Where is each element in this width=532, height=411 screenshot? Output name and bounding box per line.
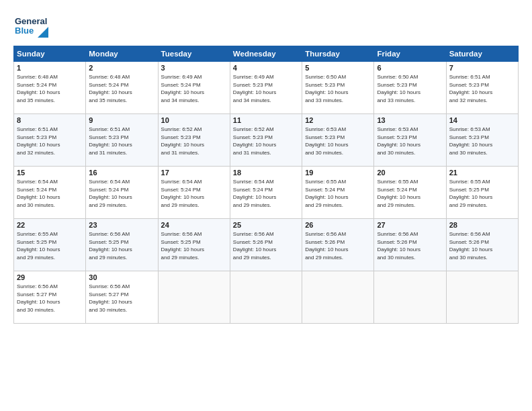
day-number: 17 [161,169,227,177]
day-number: 2 [89,64,154,72]
cell-info: Sunrise: 6:54 AM Sunset: 5:24 PM Dayligh… [89,178,154,209]
calendar-cell: 30Sunrise: 6:56 AM Sunset: 5:27 PM Dayli… [86,271,158,324]
day-number: 16 [89,169,154,177]
calendar-cell: 25Sunrise: 6:56 AM Sunset: 5:26 PM Dayli… [230,219,302,271]
calendar-cell: 20Sunrise: 6:55 AM Sunset: 5:24 PM Dayli… [374,167,446,219]
calendar-cell: 12Sunrise: 6:53 AM Sunset: 5:23 PM Dayli… [302,114,374,167]
calendar-cell: 3Sunrise: 6:49 AM Sunset: 5:24 PM Daylig… [158,62,230,114]
calendar-cell: 8Sunrise: 6:51 AM Sunset: 5:23 PM Daylig… [14,114,86,167]
day-number: 4 [233,64,299,72]
day-header-sunday: Sunday [14,46,86,62]
day-number: 24 [161,221,227,229]
cell-info: Sunrise: 6:49 AM Sunset: 5:23 PM Dayligh… [233,73,299,104]
day-number: 20 [377,169,443,177]
page: General Blue SundayMondayTuesdayWednesda… [0,0,532,411]
cell-info: Sunrise: 6:56 AM Sunset: 5:27 PM Dayligh… [17,283,83,314]
cell-info: Sunrise: 6:56 AM Sunset: 5:26 PM Dayligh… [449,230,515,261]
calendar-cell: 13Sunrise: 6:53 AM Sunset: 5:23 PM Dayli… [374,114,446,167]
cell-info: Sunrise: 6:55 AM Sunset: 5:24 PM Dayligh… [377,178,443,209]
day-header-monday: Monday [86,46,158,62]
day-number: 29 [17,273,83,281]
calendar-cell: 9Sunrise: 6:51 AM Sunset: 5:23 PM Daylig… [86,114,158,167]
header: General Blue [13,12,519,40]
calendar-cell: 15Sunrise: 6:54 AM Sunset: 5:24 PM Dayli… [14,167,86,219]
calendar-cell: 10Sunrise: 6:52 AM Sunset: 5:23 PM Dayli… [158,114,230,167]
day-number: 25 [233,221,299,229]
week-row-1: 8Sunrise: 6:51 AM Sunset: 5:23 PM Daylig… [14,114,519,167]
calendar-cell: 27Sunrise: 6:56 AM Sunset: 5:26 PM Dayli… [374,219,446,271]
calendar-cell: 2Sunrise: 6:48 AM Sunset: 5:24 PM Daylig… [86,62,158,114]
week-row-2: 15Sunrise: 6:54 AM Sunset: 5:24 PM Dayli… [14,167,519,219]
cell-info: Sunrise: 6:54 AM Sunset: 5:24 PM Dayligh… [233,178,299,209]
day-number: 14 [449,116,515,124]
calendar-cell [374,271,446,324]
calendar-cell: 22Sunrise: 6:55 AM Sunset: 5:25 PM Dayli… [14,219,86,271]
calendar-cell [158,271,230,324]
week-row-3: 22Sunrise: 6:55 AM Sunset: 5:25 PM Dayli… [14,219,519,271]
week-row-0: 1Sunrise: 6:48 AM Sunset: 5:24 PM Daylig… [14,62,519,114]
day-header-friday: Friday [374,46,446,62]
calendar-cell: 21Sunrise: 6:55 AM Sunset: 5:25 PM Dayli… [446,167,518,219]
day-header-thursday: Thursday [302,46,374,62]
day-header-wednesday: Wednesday [230,46,302,62]
svg-text:General: General [15,16,47,26]
cell-info: Sunrise: 6:48 AM Sunset: 5:24 PM Dayligh… [89,73,154,104]
day-number: 19 [305,169,371,177]
cell-info: Sunrise: 6:51 AM Sunset: 5:23 PM Dayligh… [17,126,83,156]
calendar-cell: 5Sunrise: 6:50 AM Sunset: 5:23 PM Daylig… [302,62,374,114]
calendar-cell: 29Sunrise: 6:56 AM Sunset: 5:27 PM Dayli… [14,271,86,324]
day-number: 8 [17,116,83,124]
day-header-tuesday: Tuesday [158,46,230,62]
cell-info: Sunrise: 6:51 AM Sunset: 5:23 PM Dayligh… [449,73,515,104]
calendar-cell: 11Sunrise: 6:52 AM Sunset: 5:23 PM Dayli… [230,114,302,167]
svg-text:Blue: Blue [15,26,34,36]
cell-info: Sunrise: 6:55 AM Sunset: 5:25 PM Dayligh… [17,230,83,261]
calendar-cell: 24Sunrise: 6:56 AM Sunset: 5:25 PM Dayli… [158,219,230,271]
cell-info: Sunrise: 6:56 AM Sunset: 5:27 PM Dayligh… [89,283,154,314]
day-number: 7 [449,64,515,72]
calendar-cell: 18Sunrise: 6:54 AM Sunset: 5:24 PM Dayli… [230,167,302,219]
day-number: 26 [305,221,371,229]
calendar-cell: 6Sunrise: 6:50 AM Sunset: 5:23 PM Daylig… [374,62,446,114]
logo-icon: General Blue [13,12,48,40]
cell-info: Sunrise: 6:56 AM Sunset: 5:26 PM Dayligh… [233,230,299,261]
calendar-cell: 7Sunrise: 6:51 AM Sunset: 5:23 PM Daylig… [446,62,518,114]
day-number: 6 [377,64,443,72]
day-number: 1 [17,64,83,72]
cell-info: Sunrise: 6:50 AM Sunset: 5:23 PM Dayligh… [377,73,443,104]
svg-marker-2 [38,27,48,38]
calendar-cell: 14Sunrise: 6:53 AM Sunset: 5:23 PM Dayli… [446,114,518,167]
day-number: 10 [161,116,227,124]
calendar-table: SundayMondayTuesdayWednesdayThursdayFrid… [13,46,519,324]
calendar-cell: 4Sunrise: 6:49 AM Sunset: 5:23 PM Daylig… [230,62,302,114]
day-number: 30 [89,273,154,281]
calendar-cell: 26Sunrise: 6:56 AM Sunset: 5:26 PM Dayli… [302,219,374,271]
day-number: 23 [89,221,154,229]
cell-info: Sunrise: 6:52 AM Sunset: 5:23 PM Dayligh… [233,126,299,156]
week-row-4: 29Sunrise: 6:56 AM Sunset: 5:27 PM Dayli… [14,271,519,324]
day-number: 18 [233,169,299,177]
day-number: 11 [233,116,299,124]
day-header-saturday: Saturday [446,46,518,62]
day-number: 22 [17,221,83,229]
cell-info: Sunrise: 6:56 AM Sunset: 5:26 PM Dayligh… [377,230,443,261]
cell-info: Sunrise: 6:48 AM Sunset: 5:24 PM Dayligh… [17,73,83,104]
cell-info: Sunrise: 6:56 AM Sunset: 5:26 PM Dayligh… [305,230,371,261]
day-number: 13 [377,116,443,124]
calendar-cell: 23Sunrise: 6:56 AM Sunset: 5:25 PM Dayli… [86,219,158,271]
logo: General Blue [13,12,48,40]
calendar-cell [230,271,302,324]
day-number: 28 [449,221,515,229]
cell-info: Sunrise: 6:52 AM Sunset: 5:23 PM Dayligh… [161,126,227,156]
cell-info: Sunrise: 6:49 AM Sunset: 5:24 PM Dayligh… [161,73,227,104]
day-number: 9 [89,116,154,124]
cell-info: Sunrise: 6:54 AM Sunset: 5:24 PM Dayligh… [161,178,227,209]
day-number: 5 [305,64,371,72]
day-number: 15 [17,169,83,177]
cell-info: Sunrise: 6:55 AM Sunset: 5:25 PM Dayligh… [449,178,515,209]
calendar-cell [446,271,518,324]
cell-info: Sunrise: 6:56 AM Sunset: 5:25 PM Dayligh… [89,230,154,261]
calendar-cell: 1Sunrise: 6:48 AM Sunset: 5:24 PM Daylig… [14,62,86,114]
cell-info: Sunrise: 6:55 AM Sunset: 5:24 PM Dayligh… [305,178,371,209]
cell-info: Sunrise: 6:56 AM Sunset: 5:25 PM Dayligh… [161,230,227,261]
